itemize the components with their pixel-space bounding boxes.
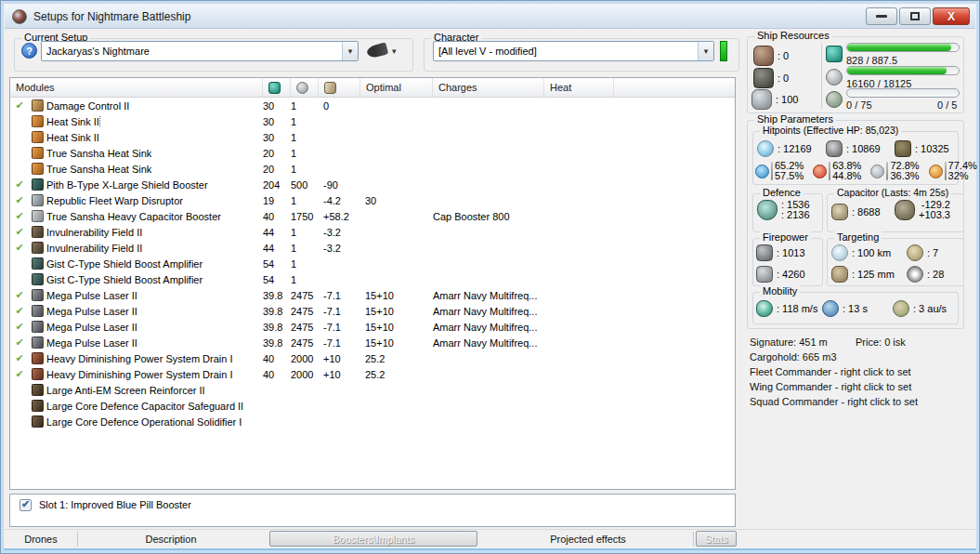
maximize-button[interactable] bbox=[899, 7, 931, 25]
squad-commander-text[interactable]: Squad Commander - right click to set bbox=[750, 396, 918, 407]
ship-export-dropdown-icon[interactable]: ▾ bbox=[392, 46, 397, 56]
powergrid-icon bbox=[296, 82, 308, 94]
turret-slots-icon bbox=[753, 46, 774, 66]
resist-cell: 77.4%32% bbox=[929, 161, 977, 181]
capacitor-amount-icon bbox=[831, 204, 848, 220]
pulse-laser-module-icon bbox=[32, 305, 44, 317]
tab-stats[interactable]: Stats bbox=[696, 531, 737, 547]
module-row[interactable]: ✔Mega Pulse Laser II39.82475-7.115+10Ama… bbox=[10, 287, 735, 303]
booster-checkbox[interactable] bbox=[20, 499, 32, 511]
column-heat[interactable]: Heat bbox=[544, 78, 614, 97]
kinetic-resist-icon bbox=[870, 165, 884, 178]
module-name: Invulnerability Field II bbox=[46, 227, 142, 238]
module-row[interactable]: ✔Pith B-Type X-Large Shield Booster20450… bbox=[10, 177, 735, 192]
module-name: Heat Sink II bbox=[46, 132, 99, 143]
volley-icon bbox=[756, 266, 773, 283]
capacitor-title: Capacitor (Lasts: 4m 25s) bbox=[834, 187, 951, 198]
scan-resolution-value: : 125 mm bbox=[852, 269, 895, 280]
module-row[interactable]: ✔True Sansha Heavy Capacitor Booster4017… bbox=[10, 208, 735, 224]
module-row[interactable]: ✔Heavy Diminishing Power System Drain I4… bbox=[10, 350, 735, 366]
module-row[interactable]: ✔Damage Control II3010 bbox=[10, 98, 735, 113]
pulse-laser-module-icon bbox=[32, 336, 44, 349]
tab-drones[interactable]: Drones bbox=[5, 534, 77, 545]
module-name: Pith B-Type X-Large Shield Booster bbox=[46, 179, 208, 191]
targeting-range-value: : 100 km bbox=[852, 247, 891, 258]
cpu-usage-text: 828 / 887.5 bbox=[846, 55, 897, 66]
drone-count-text: 0 / 5 bbox=[937, 99, 957, 111]
module-name: Heavy Diminishing Power System Drain I bbox=[46, 353, 233, 364]
module-row[interactable]: ✔Mega Pulse Laser II39.82475-7.115+10Ama… bbox=[10, 319, 735, 335]
module-name: Mega Pulse Laser II bbox=[46, 337, 137, 349]
shield-amp-module-icon bbox=[32, 273, 44, 285]
tab-projected-effects[interactable]: Projected effects bbox=[483, 534, 693, 545]
bottom-tabbar: Drones Description Boosters\Implants Pro… bbox=[5, 529, 975, 547]
module-row[interactable]: Heat Sink II301 bbox=[10, 113, 735, 129]
tab-boosters-implants[interactable]: Boosters\Implants bbox=[269, 531, 477, 547]
em-resist-icon bbox=[755, 165, 769, 178]
module-list-header[interactable]: Modules Optimal Charges Heat bbox=[10, 78, 735, 98]
calibration-icon bbox=[751, 89, 772, 110]
cap-booster-module-icon bbox=[32, 210, 44, 222]
module-name: Invulnerability Field II bbox=[46, 243, 142, 254]
module-name: Mega Pulse Laser II bbox=[46, 290, 137, 301]
pulse-laser-module-icon bbox=[32, 321, 44, 333]
tab-description[interactable]: Description bbox=[78, 534, 264, 545]
turret-dps-value: : 1013 bbox=[777, 247, 805, 258]
character-combobox[interactable]: [All level V - modified] ▾ bbox=[433, 41, 714, 61]
resist-bottom-value: 32% bbox=[948, 171, 977, 181]
price-text: Price: 0 isk bbox=[856, 336, 906, 348]
resources-divider bbox=[821, 44, 822, 109]
volley-value: : 4260 bbox=[777, 269, 805, 280]
module-name: Republic Fleet Warp Disruptor bbox=[46, 195, 183, 206]
wing-commander-text[interactable]: Wing Commander - right click to set bbox=[750, 381, 911, 392]
shield-hp-icon bbox=[757, 140, 774, 157]
module-row[interactable]: Large Anti-EM Screen Reinforcer II bbox=[10, 382, 735, 398]
warp-speed-value: : 3 au/s bbox=[913, 303, 947, 314]
capacitor-icon bbox=[324, 82, 336, 94]
ship-export-button[interactable]: ▾ bbox=[367, 45, 397, 57]
minimize-icon bbox=[876, 15, 887, 18]
setup-combobox[interactable]: Jackaryas's Nightmare ▾ bbox=[41, 41, 359, 61]
close-button[interactable]: X bbox=[933, 7, 970, 25]
module-row[interactable]: ✔Invulnerability Field II441-3.2 bbox=[10, 240, 735, 256]
module-row[interactable]: Gist C-Type Shield Boost Amplifier541 bbox=[10, 271, 735, 287]
module-row[interactable]: ✔Invulnerability Field II441-3.2 bbox=[10, 224, 735, 240]
module-row[interactable]: True Sansha Heat Sink201 bbox=[10, 145, 735, 161]
fleet-commander-text[interactable]: Fleet Commander - right click to set bbox=[750, 366, 911, 377]
resist-cell: 63.8%44.8% bbox=[813, 161, 861, 181]
column-optimal[interactable]: Optimal bbox=[360, 78, 433, 97]
drone-bandwidth-text: 0 / 75 bbox=[846, 99, 872, 111]
module-row[interactable]: Large Core Defence Capacitor Safeguard I… bbox=[10, 398, 735, 414]
module-row[interactable]: ✔Mega Pulse Laser II39.82475-7.115+10Ama… bbox=[10, 303, 735, 319]
targeting-range-icon bbox=[831, 244, 848, 261]
module-row[interactable]: ✔Republic Fleet Warp Disruptor191-4.230 bbox=[10, 192, 735, 208]
minimize-button[interactable] bbox=[866, 7, 897, 25]
help-icon[interactable]: ? bbox=[21, 43, 37, 59]
resistances-row: 65.2%57.5%63.8%44.8%72.8%36.3%77.4%32% bbox=[755, 161, 977, 181]
align-time-value: : 13 s bbox=[843, 303, 868, 314]
ship-resources-title: Ship Resources bbox=[754, 30, 832, 41]
titlebar[interactable]: Setups for Nightmare Battleship X bbox=[5, 5, 975, 29]
resist-cell: 72.8%36.3% bbox=[870, 161, 919, 181]
column-charges[interactable]: Charges bbox=[433, 78, 544, 97]
module-row[interactable]: ✔Mega Pulse Laser II39.82475-7.115+10Ama… bbox=[10, 335, 735, 350]
speed-value: : 118 m/s bbox=[777, 303, 817, 314]
column-modules[interactable]: Modules bbox=[10, 78, 263, 97]
heat-sink-module-icon bbox=[32, 115, 44, 127]
column-cpu[interactable] bbox=[263, 78, 291, 97]
module-name: Damage Control II bbox=[46, 100, 129, 112]
module-row[interactable]: ✔Heavy Diminishing Power System Drain I4… bbox=[10, 366, 735, 382]
setup-dropdown-arrow-icon[interactable]: ▾ bbox=[342, 42, 358, 60]
column-capacitor[interactable] bbox=[319, 78, 360, 97]
firepower-title: Firepower bbox=[760, 231, 811, 243]
column-powergrid[interactable] bbox=[291, 78, 319, 97]
warp-disruptor-module-icon bbox=[32, 194, 44, 206]
module-row[interactable]: True Sansha Heat Sink201 bbox=[10, 161, 735, 177]
defence-sustain-value: : 2136 bbox=[781, 210, 810, 220]
module-row[interactable]: Gist C-Type Shield Boost Amplifier541 bbox=[10, 256, 735, 271]
scan-resolution-icon bbox=[831, 266, 848, 283]
character-dropdown-arrow-icon[interactable]: ▾ bbox=[698, 42, 713, 60]
sensor-strength-icon bbox=[907, 266, 923, 283]
module-row[interactable]: Large Core Defence Operational Solidifie… bbox=[10, 414, 735, 429]
module-row[interactable]: Heat Sink II301 bbox=[10, 129, 735, 145]
